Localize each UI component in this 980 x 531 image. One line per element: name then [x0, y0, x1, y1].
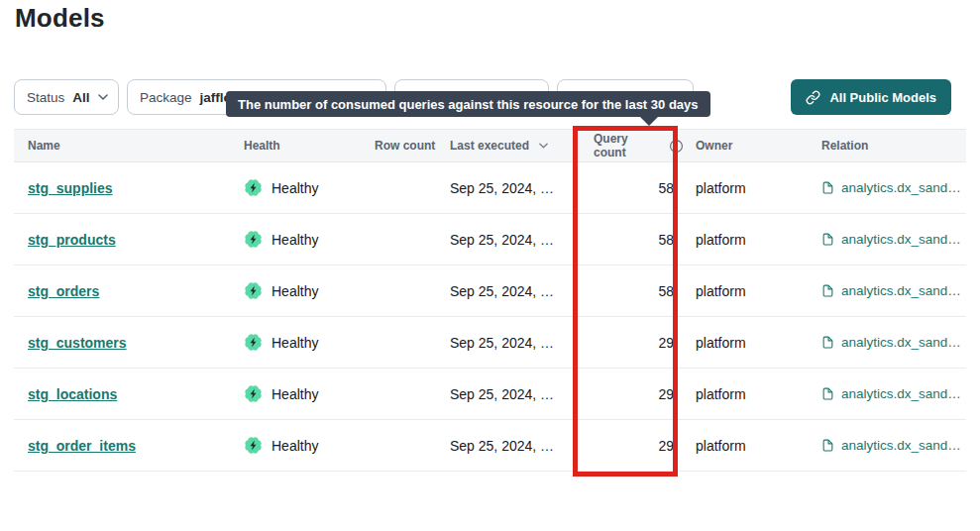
query-count-value: 29 [573, 386, 684, 402]
table-row: stg_customers Healthy Sep 25, 2024, … 29… [14, 317, 966, 369]
model-link[interactable]: stg_locations [28, 386, 117, 402]
owner-value: platform [684, 386, 807, 402]
status-filter-label: Status [27, 90, 64, 105]
query-count-value: 29 [573, 335, 684, 351]
healthy-badge-icon [244, 230, 263, 249]
relation-link[interactable]: analytics.dx_sand… [841, 180, 961, 195]
package-filter-label: Package [140, 90, 192, 105]
column-header-row-count: Row count [361, 139, 436, 153]
file-icon [821, 283, 834, 298]
owner-value: platform [684, 180, 807, 196]
table-row: stg_order_items Healthy Sep 25, 2024, … … [14, 420, 966, 472]
query-count-value: 29 [573, 438, 684, 454]
query-count-tooltip: The number of consumed queries against t… [226, 91, 710, 117]
column-header-owner: Owner [684, 139, 807, 153]
health-status: Healthy [272, 438, 318, 454]
column-header-last-executed[interactable]: Last executed [436, 139, 573, 153]
last-executed-label: Last executed [450, 139, 529, 153]
query-count-label: Query count [594, 132, 663, 159]
health-status: Healthy [272, 335, 318, 351]
models-table: Name Health Row count Last executed Quer… [14, 129, 966, 472]
last-executed-value: Sep 25, 2024, … [436, 180, 573, 196]
column-header-relation: Relation [807, 139, 966, 153]
model-link[interactable]: stg_products [28, 232, 116, 248]
query-count-value: 58 [573, 283, 684, 299]
owner-value: platform [684, 283, 807, 299]
column-header-query-count: Query count [573, 132, 684, 159]
model-link[interactable]: stg_supplies [28, 180, 113, 196]
last-executed-value: Sep 25, 2024, … [436, 232, 573, 248]
last-executed-value: Sep 25, 2024, … [436, 335, 573, 351]
model-link[interactable]: stg_order_items [28, 438, 136, 454]
table-row: stg_locations Healthy Sep 25, 2024, … 29… [14, 369, 966, 420]
query-count-value: 58 [573, 232, 684, 248]
health-status: Healthy [272, 283, 318, 299]
file-icon [821, 232, 834, 247]
file-icon [821, 335, 834, 350]
owner-value: platform [684, 232, 807, 248]
all-public-models-label: All Public Models [829, 90, 936, 105]
tooltip-text: The number of consumed queries against t… [238, 97, 699, 112]
query-count-value: 58 [573, 180, 684, 196]
file-icon [821, 386, 834, 401]
last-executed-value: Sep 25, 2024, … [436, 438, 573, 454]
status-filter-value: All [72, 90, 89, 105]
file-icon [821, 180, 834, 195]
model-link[interactable]: stg_customers [28, 335, 127, 351]
sort-chevron-icon[interactable] [539, 143, 548, 149]
relation-link[interactable]: analytics.dx_sand… [841, 386, 961, 401]
table-row: stg_supplies Healthy Sep 25, 2024, … 58 … [14, 162, 966, 214]
table-row: stg_products Healthy Sep 25, 2024, … 58 … [14, 214, 966, 266]
column-header-name: Name [14, 139, 230, 153]
owner-value: platform [684, 438, 807, 454]
link-icon [806, 90, 820, 105]
last-executed-value: Sep 25, 2024, … [436, 386, 573, 402]
health-status: Healthy [272, 386, 318, 402]
last-executed-value: Sep 25, 2024, … [436, 283, 573, 299]
tooltip-arrow [640, 117, 658, 126]
info-icon[interactable] [669, 139, 684, 154]
healthy-badge-icon [244, 436, 263, 455]
healthy-badge-icon [244, 384, 263, 403]
healthy-badge-icon [244, 333, 263, 352]
column-header-health: Health [230, 139, 361, 153]
relation-link[interactable]: analytics.dx_sand… [841, 438, 961, 453]
page-title: Models [15, 3, 105, 34]
models-page: Models Status All Package jaffle_ [0, 0, 980, 531]
relation-link[interactable]: analytics.dx_sand… [841, 335, 961, 350]
status-filter-dropdown[interactable]: Status All [14, 79, 119, 115]
table-row: stg_orders Healthy Sep 25, 2024, … 58 pl… [14, 266, 966, 317]
model-link[interactable]: stg_orders [28, 283, 99, 299]
file-icon [821, 438, 834, 453]
chevron-down-icon [98, 94, 108, 100]
relation-link[interactable]: analytics.dx_sand… [841, 232, 961, 247]
health-status: Healthy [272, 180, 318, 196]
health-status: Healthy [272, 232, 318, 248]
all-public-models-button[interactable]: All Public Models [791, 79, 951, 115]
healthy-badge-icon [244, 281, 263, 300]
owner-value: platform [684, 335, 807, 351]
table-header-row: Name Health Row count Last executed Quer… [14, 129, 966, 162]
healthy-badge-icon [244, 178, 263, 197]
relation-link[interactable]: analytics.dx_sand… [841, 283, 961, 298]
